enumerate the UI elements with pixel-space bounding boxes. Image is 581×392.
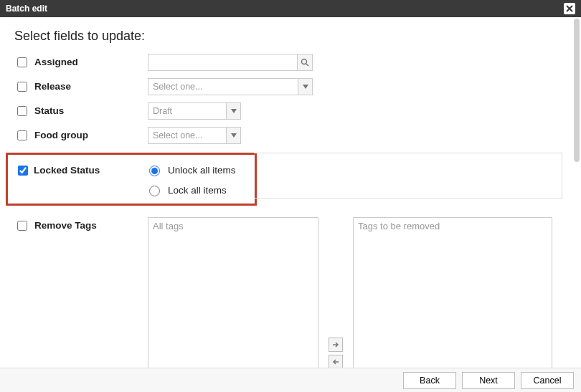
release-label: Release	[34, 78, 148, 92]
release-select[interactable]: Select one...	[148, 78, 313, 95]
cancel-button[interactable]: Cancel	[521, 372, 574, 389]
arrow-left-icon[interactable]	[329, 355, 343, 368]
radio-unlock-input[interactable]	[149, 166, 160, 176]
all-tags-label: All tags	[148, 218, 318, 234]
chevron-down-icon[interactable]	[226, 128, 240, 143]
window-title: Batch edit	[6, 0, 47, 17]
radio-lock-label: Lock all items	[168, 185, 227, 196]
radio-lock-all[interactable]: Lock all items	[146, 183, 236, 196]
assigned-input[interactable]	[148, 54, 297, 71]
next-button[interactable]: Next	[462, 372, 515, 389]
radio-unlock-all[interactable]: Unlock all items	[146, 163, 236, 176]
field-row-remove-tags: Remove Tags All tags	[14, 217, 562, 368]
titlebar: Batch edit	[0, 0, 581, 17]
tags-to-remove-list[interactable]: Tags to be removed	[353, 217, 552, 368]
assigned-checkbox[interactable]	[17, 57, 27, 67]
field-row-food-group: Food group Select one...	[14, 127, 562, 144]
food-group-checkbox[interactable]	[17, 130, 27, 140]
field-row-locked-status: Locked Status Unlock all items Lock all …	[14, 151, 562, 211]
svg-marker-4	[231, 133, 237, 138]
remove-tags-checkbox[interactable]	[17, 221, 27, 231]
chevron-down-icon[interactable]	[298, 79, 312, 95]
dialog-body: Select fields to update: Assigned Releas…	[0, 17, 581, 368]
svg-point-0	[302, 59, 307, 64]
food-group-select[interactable]: Select one...	[148, 127, 241, 144]
radio-unlock-label: Unlock all items	[168, 165, 236, 176]
locked-status-panel-border	[254, 153, 562, 199]
locked-status-checkbox[interactable]	[18, 166, 28, 176]
field-row-release: Release Select one...	[14, 78, 562, 95]
scrollbar[interactable]	[574, 19, 580, 162]
chevron-down-icon[interactable]	[226, 103, 240, 119]
arrow-right-icon[interactable]	[329, 338, 343, 352]
svg-marker-3	[231, 109, 237, 113]
dialog-footer: Back Next Cancel	[0, 368, 581, 392]
status-select[interactable]: Draft	[148, 102, 241, 120]
release-value: Select one...	[148, 82, 298, 92]
release-checkbox[interactable]	[17, 82, 27, 92]
back-button[interactable]: Back	[403, 372, 456, 389]
svg-line-1	[306, 64, 308, 66]
tag-transfer-buttons	[329, 217, 343, 368]
search-icon[interactable]	[297, 54, 313, 71]
food-group-value: Select one...	[148, 130, 226, 140]
page-heading: Select fields to update:	[14, 29, 562, 44]
assigned-label: Assigned	[34, 54, 148, 67]
status-value: Draft	[148, 106, 226, 116]
all-tags-list[interactable]: All tags	[148, 217, 318, 368]
locked-status-highlight: Locked Status Unlock all items Lock all …	[6, 153, 257, 206]
assigned-search	[148, 54, 313, 71]
radio-lock-input[interactable]	[149, 186, 160, 196]
field-row-status: Status Draft	[14, 102, 562, 120]
food-group-label: Food group	[34, 127, 148, 140]
remove-tags-label: Remove Tags	[34, 217, 148, 231]
tags-to-remove-label: Tags to be removed	[354, 218, 552, 234]
field-row-assigned: Assigned	[14, 54, 562, 71]
locked-status-label: Locked Status	[34, 162, 146, 176]
svg-marker-2	[303, 85, 308, 89]
close-icon[interactable]	[564, 3, 575, 14]
status-label: Status	[34, 102, 148, 116]
status-checkbox[interactable]	[17, 106, 27, 116]
